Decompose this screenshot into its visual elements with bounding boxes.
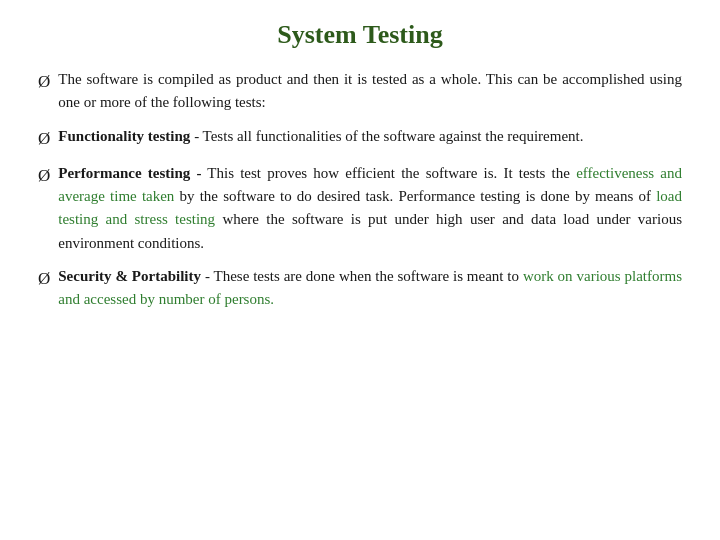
bullet-content: Functionality testing - Tests all functi… (58, 125, 682, 148)
list-item: Ø The software is compiled as product an… (38, 68, 682, 115)
list-item: Ø Security & Portability - These tests a… (38, 265, 682, 312)
bullet-text: - Tests all functionalities of the softw… (194, 128, 583, 144)
bullet-text: - These tests are done when the software… (205, 268, 523, 284)
bold-term: Performance testing - (58, 165, 201, 181)
bold-term: Security & Portability (58, 268, 201, 284)
page-title: System Testing (38, 20, 682, 50)
bullet-symbol: Ø (38, 69, 50, 95)
bullet-symbol: Ø (38, 126, 50, 152)
list-item: Ø Performance testing - This test proves… (38, 162, 682, 255)
bullet-text: by the software to do desired task. Perf… (180, 188, 657, 204)
bullet-list: Ø The software is compiled as product an… (38, 68, 682, 311)
list-item: Ø Functionality testing - Tests all func… (38, 125, 682, 152)
page: System Testing Ø The software is compile… (0, 0, 720, 540)
bullet-content: Security & Portability - These tests are… (58, 265, 682, 312)
bullet-symbol: Ø (38, 266, 50, 292)
bullet-content: The software is compiled as product and … (58, 68, 682, 115)
bullet-text: This test proves how efficient the softw… (207, 165, 576, 181)
bullet-symbol: Ø (38, 163, 50, 189)
bold-term: Functionality testing (58, 128, 190, 144)
bullet-content: Performance testing - This test proves h… (58, 162, 682, 255)
